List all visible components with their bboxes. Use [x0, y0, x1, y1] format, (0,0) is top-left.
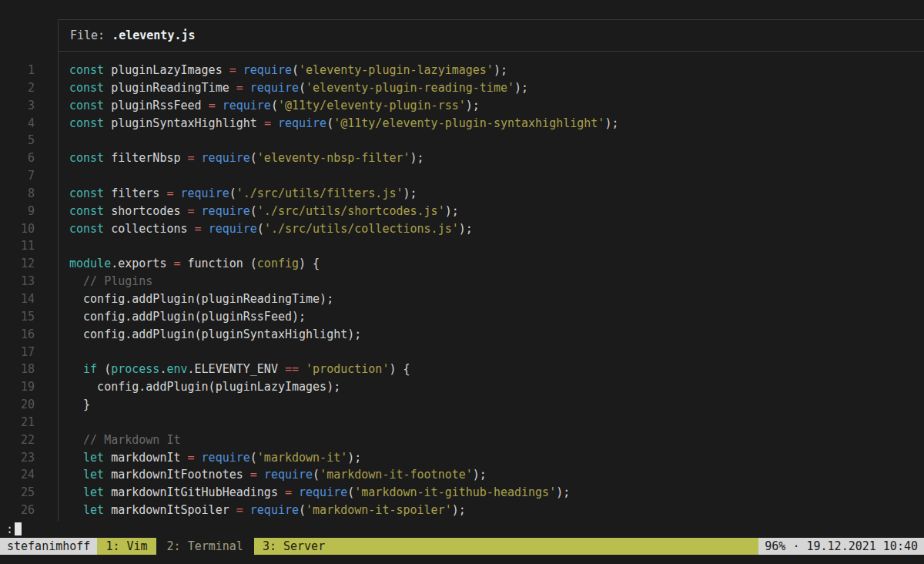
code-text: let markdownItGitHubHeadings = require('…	[35, 484, 570, 502]
code-line[interactable]: 20 }	[0, 396, 924, 414]
code-line[interactable]: 25 let markdownItGitHubHeadings = requir…	[0, 484, 924, 502]
file-label: File:	[70, 29, 105, 42]
line-number: 5	[0, 132, 35, 149]
code-line[interactable]: 18 if (process.env.ELEVENTY_ENV == 'prod…	[0, 361, 924, 378]
line-number: 15	[0, 308, 35, 326]
window-tab-vim[interactable]: 1: Vim	[97, 538, 156, 555]
code-line[interactable]: 10const collections = require('./src/uti…	[0, 220, 924, 238]
code-line[interactable]: 9const shortcodes = require('./src/utils…	[0, 203, 924, 220]
code-text: const filterNbsp = require('eleventy-nbs…	[35, 149, 424, 167]
code-text: const pluginReadingTime = require('eleve…	[35, 79, 528, 97]
code-text: // Plugins	[35, 273, 152, 290]
window-tab-terminal[interactable]: 2: Terminal	[156, 538, 254, 555]
line-number: 2	[0, 79, 35, 97]
line-number: 25	[0, 484, 35, 502]
code-line[interactable]: 6const filterNbsp = require('eleventy-nb…	[0, 149, 924, 167]
line-number: 8	[0, 185, 35, 203]
code-line[interactable]: 21	[0, 414, 924, 431]
code-text: let markdownItSpoiler = require('markdow…	[35, 502, 466, 519]
line-number: 14	[0, 290, 35, 308]
line-number: 12	[0, 255, 35, 273]
code-text: if (process.env.ELEVENTY_ENV == 'product…	[35, 361, 410, 378]
line-number: 24	[0, 466, 35, 484]
window-tab-server[interactable]: 3: Server	[254, 538, 758, 555]
session-name: stefanimhoff	[0, 538, 97, 555]
line-number: 6	[0, 149, 35, 167]
code-line[interactable]: 2const pluginReadingTime = require('elev…	[0, 79, 924, 97]
code-text	[35, 414, 69, 431]
line-number: 17	[0, 344, 35, 361]
code-line[interactable]: 14 config.addPlugin(pluginReadingTime);	[0, 290, 924, 308]
code-text: config.addPlugin(pluginReadingTime);	[35, 290, 333, 308]
line-number: 10	[0, 220, 35, 238]
code-text: const pluginRssFeed = require('@11ty/ele…	[35, 97, 480, 115]
code-line[interactable]: 15 config.addPlugin(pluginRssFeed);	[0, 308, 924, 326]
line-number: 1	[0, 62, 35, 79]
code-line[interactable]: 3const pluginRssFeed = require('@11ty/el…	[0, 97, 924, 115]
line-number: 11	[0, 237, 35, 255]
code-line[interactable]: 8const filters = require('./src/utils/fi…	[0, 185, 924, 203]
code-line[interactable]: 7	[0, 167, 924, 185]
code-text: const shortcodes = require('./src/utils/…	[35, 203, 459, 220]
terminal-screen: File: .eleventy.js 1const pluginLazyImag…	[0, 0, 924, 564]
code-text: const filters = require('./src/utils/fil…	[35, 185, 417, 203]
code-text: // Markdown It	[35, 431, 181, 449]
code-line[interactable]: 24 let markdownItFootnotes = require('ma…	[0, 466, 924, 484]
code-line[interactable]: 17	[0, 344, 924, 361]
line-number: 20	[0, 396, 35, 414]
code-text: const pluginSyntaxHighlight = require('@…	[35, 115, 618, 133]
code-text	[35, 132, 69, 149]
line-number: 22	[0, 431, 35, 449]
code-text: let markdownItFootnotes = require('markd…	[35, 466, 487, 484]
code-text: }	[35, 396, 90, 414]
code-line[interactable]: 1const pluginLazyImages = require('eleve…	[0, 62, 924, 79]
code-line[interactable]: 4const pluginSyntaxHighlight = require('…	[0, 115, 924, 133]
code-text: config.addPlugin(pluginSyntaxHighlight);	[35, 326, 361, 344]
code-line[interactable]: 12module.exports = function (config) {	[0, 255, 924, 273]
code-text	[35, 167, 69, 185]
vim-command-line[interactable]: :	[6, 521, 22, 538]
status-right: 96% · 19.12.2021 10:40	[758, 538, 924, 555]
code-line[interactable]: 13 // Plugins	[0, 273, 924, 290]
file-header: File: .eleventy.js	[70, 20, 196, 51]
code-text: config.addPlugin(pluginRssFeed);	[35, 308, 306, 326]
code-line[interactable]: 26 let markdownItSpoiler = require('mark…	[0, 502, 924, 519]
line-number: 21	[0, 414, 35, 431]
line-number: 7	[0, 167, 35, 185]
file-name: .eleventy.js	[112, 29, 195, 42]
code-line[interactable]: 22 // Markdown It	[0, 431, 924, 449]
code-text: config.addPlugin(pluginLazyImages);	[35, 378, 340, 396]
line-number: 16	[0, 326, 35, 344]
code-area[interactable]: 1const pluginLazyImages = require('eleve…	[0, 62, 924, 519]
line-number: 13	[0, 273, 35, 290]
line-number: 18	[0, 361, 35, 378]
cursor-block	[15, 522, 22, 535]
line-number: 9	[0, 203, 35, 220]
code-line[interactable]: 23 let markdownIt = require('markdown-it…	[0, 449, 924, 467]
line-number: 3	[0, 97, 35, 115]
code-text: module.exports = function (config) {	[35, 255, 320, 273]
command-prompt: :	[6, 522, 13, 536]
line-number: 23	[0, 449, 35, 467]
line-number: 4	[0, 115, 35, 133]
code-line[interactable]: 16 config.addPlugin(pluginSyntaxHighligh…	[0, 326, 924, 344]
code-text: const collections = require('./src/utils…	[35, 220, 473, 238]
code-line[interactable]: 19 config.addPlugin(pluginLazyImages);	[0, 378, 924, 396]
code-line[interactable]: 11	[0, 237, 924, 255]
tmux-status-bar: stefanimhoff 1: Vim2: Terminal3: Server …	[0, 538, 924, 555]
code-text: let markdownIt = require('markdown-it');	[35, 449, 361, 467]
line-number: 26	[0, 502, 35, 519]
code-text	[35, 344, 69, 361]
file-header-divider	[58, 51, 924, 52]
code-text: const pluginLazyImages = require('eleven…	[35, 62, 507, 79]
code-line[interactable]: 5	[0, 132, 924, 149]
line-number: 19	[0, 378, 35, 396]
code-text	[35, 237, 69, 255]
